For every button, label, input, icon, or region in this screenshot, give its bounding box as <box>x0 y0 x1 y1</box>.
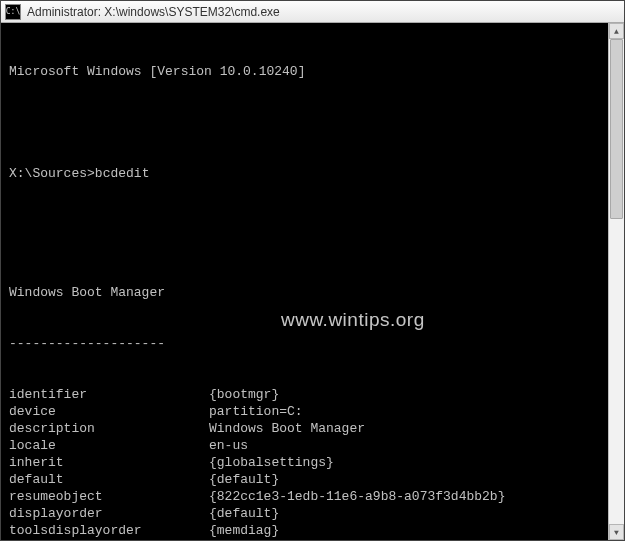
command: bcdedit <box>95 165 150 182</box>
terminal-area[interactable]: Microsoft Windows [Version 10.0.10240] X… <box>1 23 624 540</box>
vertical-scrollbar[interactable]: ▲ ▼ <box>608 23 624 540</box>
output-value: {822cc1e3-1edb-11e6-a9b8-a073f3d4bb2b} <box>209 488 616 505</box>
prompt: X:\Sources> <box>9 165 95 182</box>
section-heading: Windows Boot Manager <box>9 284 616 301</box>
output-key: default <box>9 471 209 488</box>
titlebar[interactable]: C:\ Administrator: X:\windows\SYSTEM32\c… <box>1 1 624 23</box>
output-row: descriptionWindows Boot Manager <box>9 420 616 437</box>
output-value: {memdiag} <box>209 522 616 539</box>
output-row: resumeobject{822cc1e3-1edb-11e6-a9b8-a07… <box>9 488 616 505</box>
prompt-line: X:\Sources>bcdedit <box>9 165 616 182</box>
output-key: description <box>9 420 209 437</box>
output-key: toolsdisplayorder <box>9 522 209 539</box>
output-row: timeout30 <box>9 539 616 540</box>
output-key: identifier <box>9 386 209 403</box>
output-value: en-us <box>209 437 616 454</box>
output-value: {bootmgr} <box>209 386 616 403</box>
cmd-icon: C:\ <box>5 4 21 20</box>
output-key: device <box>9 403 209 420</box>
output-value: {globalsettings} <box>209 454 616 471</box>
blank-line <box>9 114 616 131</box>
output-row: default{default} <box>9 471 616 488</box>
output-key: resumeobject <box>9 488 209 505</box>
scroll-down-button[interactable]: ▼ <box>609 524 624 540</box>
output-row: displayorder{default} <box>9 505 616 522</box>
output-row: inherit{globalsettings} <box>9 454 616 471</box>
output-row: localeen-us <box>9 437 616 454</box>
boot-manager-rows: identifier{bootmgr}devicepartition=C:des… <box>9 386 616 540</box>
output-key: inherit <box>9 454 209 471</box>
output-value: 30 <box>209 539 616 540</box>
blank-line <box>9 216 616 233</box>
scroll-up-button[interactable]: ▲ <box>609 23 624 39</box>
output-key: timeout <box>9 539 209 540</box>
section-divider: -------------------- <box>9 335 616 352</box>
window-title: Administrator: X:\windows\SYSTEM32\cmd.e… <box>27 5 280 19</box>
output-key: displayorder <box>9 505 209 522</box>
output-value: Windows Boot Manager <box>209 420 616 437</box>
output-value: {default} <box>209 471 616 488</box>
cmd-window: C:\ Administrator: X:\windows\SYSTEM32\c… <box>0 0 625 541</box>
scroll-thumb[interactable] <box>610 39 623 219</box>
watermark-text: www.wintips.org <box>281 311 425 328</box>
output-row: identifier{bootmgr} <box>9 386 616 403</box>
output-key: locale <box>9 437 209 454</box>
banner-line: Microsoft Windows [Version 10.0.10240] <box>9 63 616 80</box>
output-row: toolsdisplayorder{memdiag} <box>9 522 616 539</box>
output-value: {default} <box>209 505 616 522</box>
scroll-track[interactable] <box>609 39 624 524</box>
output-row: devicepartition=C: <box>9 403 616 420</box>
output-value: partition=C: <box>209 403 616 420</box>
